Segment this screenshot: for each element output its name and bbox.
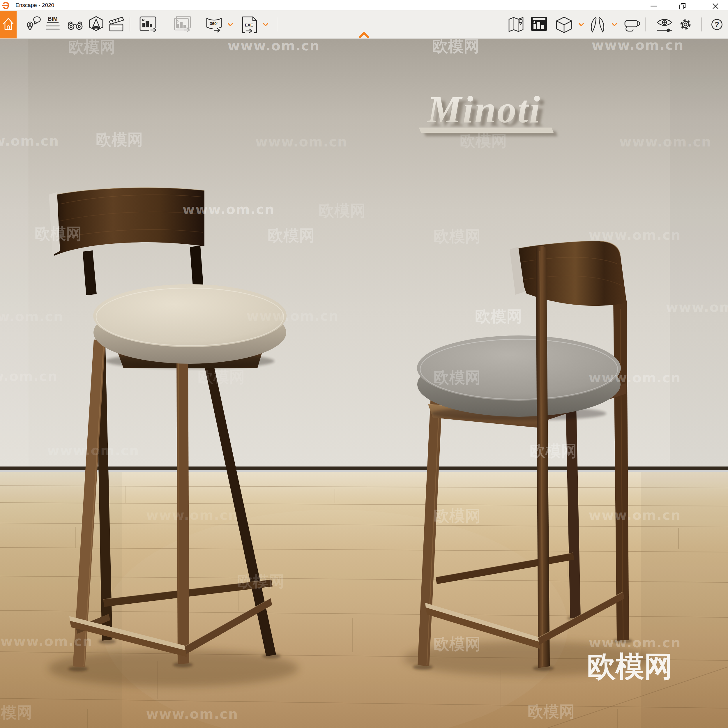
panorama-label: 360° bbox=[210, 21, 219, 26]
watermark: www.om.cn bbox=[589, 370, 681, 385]
toolbar bbox=[0, 10, 728, 39]
watermark: 欧模网 bbox=[434, 227, 481, 245]
watermark: www.om.cn bbox=[589, 635, 681, 650]
watermark: www.om.cn bbox=[228, 39, 320, 54]
minimize-button[interactable] bbox=[646, 0, 662, 10]
close-button[interactable] bbox=[707, 0, 723, 10]
brand-logo: Minoti Minoti bbox=[419, 88, 558, 136]
window-title: Enscape - 2020 bbox=[15, 2, 54, 8]
watermark: 欧模网 bbox=[434, 369, 481, 387]
watermark: 欧模网 bbox=[96, 130, 143, 149]
watermark: 欧模网 bbox=[318, 202, 366, 220]
brand-logo-text: Minoti bbox=[427, 88, 541, 131]
watermark: www.om.cn bbox=[182, 202, 275, 217]
watermark: 欧模网 bbox=[198, 368, 245, 386]
watermark: 欧模网 bbox=[434, 635, 481, 653]
watermark: 欧模网 bbox=[237, 572, 284, 590]
help-glyph: ? bbox=[714, 20, 719, 29]
watermark: 欧模网 bbox=[528, 702, 575, 721]
watermark: www.om.cn bbox=[592, 39, 684, 53]
watermark: www.om.cn bbox=[246, 308, 339, 324]
enscape-window: Enscape - 2020 BIM bbox=[0, 0, 728, 728]
exe-label: EXE bbox=[245, 23, 253, 28]
watermark: www.om.cn bbox=[589, 227, 681, 243]
watermark: 欧模网 bbox=[35, 225, 82, 243]
watermark: www.om.cn bbox=[666, 299, 728, 315]
watermark: 欧模网 bbox=[0, 703, 32, 722]
watermark: 欧模网 bbox=[268, 226, 315, 245]
corner-watermark: 欧模网 bbox=[587, 650, 673, 683]
render-window-button[interactable] bbox=[531, 17, 547, 31]
watermark: www.om.cn bbox=[47, 443, 139, 458]
watermark: www.om.cn bbox=[255, 134, 347, 150]
watermark: www.om.cn bbox=[146, 507, 238, 523]
watermark: 欧模网 bbox=[475, 307, 522, 326]
render-window-icon bbox=[531, 17, 547, 31]
watermark: www.om.cn bbox=[0, 633, 93, 649]
home-button[interactable] bbox=[0, 11, 17, 38]
window-chrome: Enscape - 2020 BIM bbox=[0, 0, 728, 39]
watermark: 欧模网 bbox=[68, 39, 115, 56]
watermark: www.om.cn bbox=[0, 133, 60, 149]
watermark: www.om.cn bbox=[589, 507, 681, 523]
watermark: 欧模网 bbox=[434, 507, 481, 525]
restore-button[interactable] bbox=[675, 0, 691, 10]
watermark: www.om.cn bbox=[0, 369, 58, 384]
render-viewport[interactable]: Minoti Minoti bbox=[0, 39, 728, 728]
bim-label: BIM bbox=[48, 16, 58, 22]
watermark: 欧模网 bbox=[460, 132, 507, 150]
watermark: www.om.cn bbox=[146, 706, 238, 722]
title-bar bbox=[0, 0, 728, 10]
watermark: www.om.cn bbox=[0, 309, 64, 324]
watermark: 欧模网 bbox=[432, 39, 479, 55]
watermark: www.om.cn bbox=[619, 134, 711, 150]
watermark: 欧模网 bbox=[530, 442, 577, 460]
